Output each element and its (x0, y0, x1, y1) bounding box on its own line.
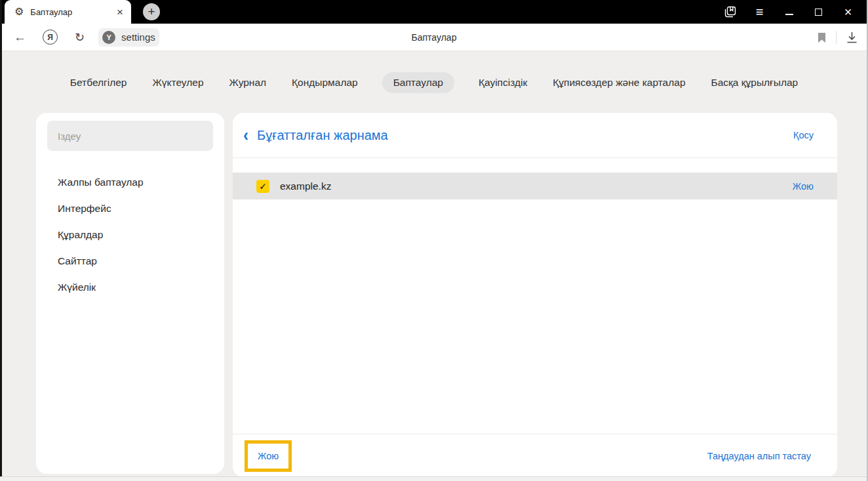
highlight-box: Жою (245, 440, 292, 472)
browser-tab-settings[interactable]: ⚙ Баптаулар × (5, 0, 131, 24)
window-controls: ≡ × (715, 0, 863, 24)
yandex-logo-icon[interactable]: Я (43, 30, 58, 45)
maximize-icon (815, 9, 822, 16)
chevron-left-icon[interactable]: ‹ (243, 126, 248, 144)
address-text[interactable]: settings (121, 31, 155, 43)
window-bottom-border (0, 476, 868, 481)
window-close-button[interactable]: × (833, 0, 863, 24)
sidebar-item-sites[interactable]: Сайттар (36, 248, 224, 274)
minimize-button[interactable] (774, 0, 804, 24)
toolbar-right-group (818, 24, 858, 51)
window-left-border (0, 0, 2, 476)
nav-tab-settings[interactable]: Баптаулар (382, 72, 454, 93)
panel-header: ‹ Бұғатталған жарнама Қосу (233, 113, 837, 158)
row-remove-button[interactable]: Жою (793, 181, 814, 192)
blocked-domain: example.kz (280, 180, 331, 192)
nav-tab-history[interactable]: Журнал (228, 72, 268, 93)
bookmark-icon[interactable] (818, 32, 826, 43)
tab-strip: ⚙ Баптаулар × + ≡ × (0, 0, 868, 24)
maximize-button[interactable] (804, 0, 833, 24)
row-checkbox[interactable]: ✓ (256, 180, 269, 193)
nav-tab-extensions[interactable]: Қондырмалар (290, 72, 359, 93)
sidebar-item-system[interactable]: Жүйелік (36, 274, 224, 301)
minimize-icon (785, 14, 793, 15)
blocked-site-row[interactable]: ✓ example.kz Жою (233, 173, 837, 199)
tab-title: Баптаулар (30, 7, 117, 17)
settings-nav: Бетбелгілер Жүктеулер Журнал Қондырмалар… (0, 52, 868, 113)
settings-sidebar: Жалпы баптаулар Интерфейс Құралдар Сайтт… (36, 113, 224, 474)
delete-button[interactable]: Жою (258, 451, 279, 461)
sidebar-item-general[interactable]: Жалпы баптаулар (36, 169, 224, 196)
blocked-ads-panel: ‹ Бұғатталған жарнама Қосу ✓ example.kz … (233, 113, 837, 477)
tab-close-icon[interactable]: × (117, 7, 123, 18)
nav-tab-bookmarks[interactable]: Бетбелгілер (69, 72, 128, 93)
tabs-panel-icon[interactable] (715, 0, 745, 24)
toolbar-divider (836, 31, 837, 44)
deselect-button[interactable]: Таңдаудан алып тастау (707, 451, 811, 461)
sidebar-item-interface[interactable]: Интерфейс (36, 196, 224, 222)
gear-icon: ⚙ (14, 7, 24, 17)
menu-icon[interactable]: ≡ (745, 0, 774, 24)
protect-icon: Y (102, 31, 115, 44)
nav-tab-passwords[interactable]: Құпиясөздер және карталар (551, 72, 686, 93)
nav-tab-security[interactable]: Қауіпсіздік (477, 72, 528, 93)
download-icon[interactable] (846, 31, 858, 43)
sidebar-items: Жалпы баптаулар Интерфейс Құралдар Сайтт… (36, 169, 224, 301)
add-button[interactable]: Қосу (793, 130, 814, 140)
address-bar[interactable]: Y settings (98, 28, 159, 47)
search-input[interactable] (47, 121, 213, 151)
browser-toolbar: ← Я ↻ Y settings Баптаулар (0, 24, 868, 51)
refresh-icon[interactable]: ↻ (75, 31, 85, 43)
back-icon[interactable]: ← (14, 31, 26, 43)
nav-tab-downloads[interactable]: Жүктеулер (151, 72, 205, 93)
panel-title: Бұғатталған жарнама (257, 128, 793, 143)
nav-tab-other-devices[interactable]: Басқа құрылғылар (710, 72, 800, 93)
panel-footer: Жою Таңдаудан алып тастау (233, 434, 837, 477)
sidebar-item-tools[interactable]: Құралдар (36, 222, 224, 248)
new-tab-button[interactable]: + (143, 3, 160, 20)
